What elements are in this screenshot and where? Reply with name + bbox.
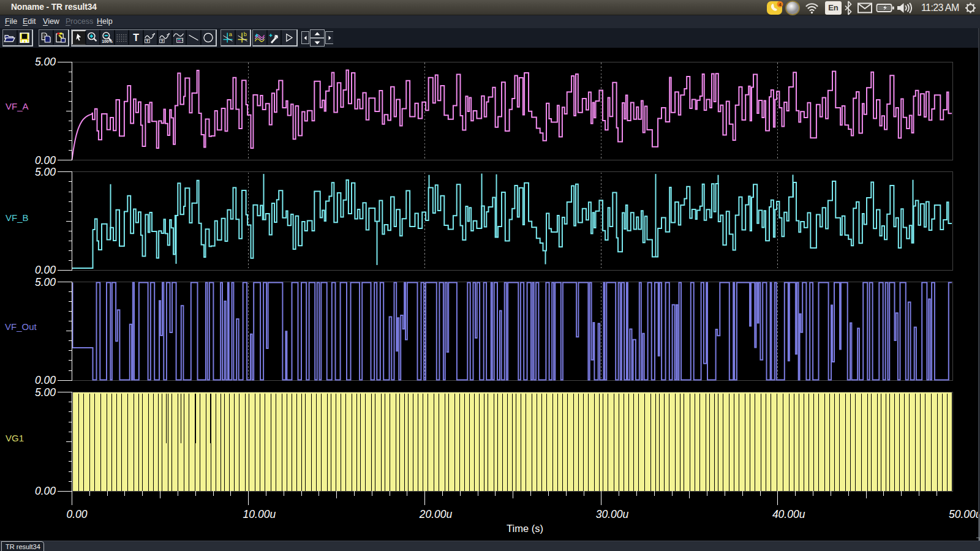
svg-text:100%: 100% [102,39,112,43]
svg-text:30.00u: 30.00u [596,508,629,520]
svg-text:VF_A: VF_A [6,101,29,111]
svg-text:5.00: 5.00 [35,386,56,399]
svg-text:0.00: 0.00 [67,508,88,520]
svg-text:10.00u: 10.00u [243,508,276,520]
svg-text:0.00: 0.00 [35,374,56,386]
svg-text:5.00: 5.00 [35,56,56,68]
svg-text:0.00: 0.00 [35,154,56,167]
svg-text:?: ? [160,39,163,43]
svg-text:VG1: VG1 [6,433,24,443]
svg-text:0.00: 0.00 [35,485,56,497]
svg-text:0.00: 0.00 [35,264,56,276]
svg-text:Time (s): Time (s) [507,523,543,534]
svg-text:20.00u: 20.00u [419,508,453,520]
svg-text:b: b [244,31,247,37]
svg-text:4: 4 [778,2,782,7]
svg-text:T: T [146,39,149,43]
svg-text:50.00u: 50.00u [949,508,980,520]
svg-text:T: T [133,32,139,42]
svg-text:40.00u: 40.00u [772,508,805,520]
svg-text:5.00: 5.00 [35,166,56,178]
svg-text:5.00: 5.00 [35,276,56,288]
svg-text:VF_Out: VF_Out [5,321,37,332]
svg-text:a: a [228,31,232,37]
svg-text:VF_B: VF_B [6,212,29,223]
